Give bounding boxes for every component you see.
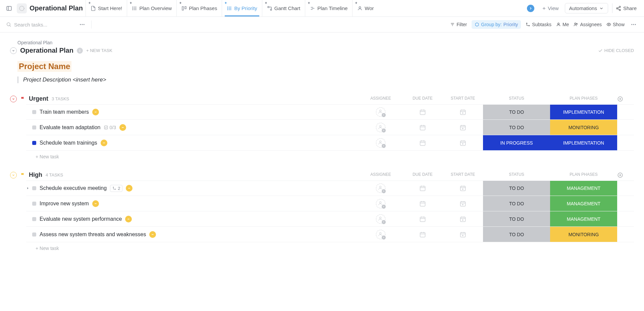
me-button[interactable]: Me: [556, 22, 569, 27]
status-cell[interactable]: TO DO: [483, 120, 550, 135]
priority-pill[interactable]: [126, 185, 132, 192]
task-name[interactable]: Improve new system: [40, 201, 89, 207]
status-cell[interactable]: TO DO: [483, 211, 550, 226]
status-cell[interactable]: TO DO: [483, 105, 550, 119]
new-task-button[interactable]: + NEW TASK: [86, 48, 112, 53]
search-input[interactable]: [14, 22, 74, 28]
task-row[interactable]: Assess new system threats and weaknesses…: [26, 227, 634, 242]
due-date-cell[interactable]: [402, 105, 443, 119]
tab-workload[interactable]: Wor: [352, 0, 374, 16]
hide-closed-button[interactable]: HIDE CLOSED: [598, 48, 634, 53]
priority-pill[interactable]: [119, 124, 126, 131]
assignee-placeholder[interactable]: [376, 138, 385, 148]
start-date-cell[interactable]: [443, 211, 483, 226]
due-date-cell[interactable]: [402, 227, 443, 242]
task-row[interactable]: Schedule team trainingsIN PROGRESSIMPLEM…: [26, 135, 634, 151]
tab-start-here[interactable]: Start Here!: [86, 0, 127, 16]
phase-cell[interactable]: MANAGEMENT: [550, 196, 617, 211]
assignee-cell[interactable]: [359, 211, 402, 226]
due-date-cell[interactable]: [402, 196, 443, 211]
assignee-cell[interactable]: [359, 120, 402, 135]
start-date-cell[interactable]: [443, 181, 483, 196]
start-date-cell[interactable]: [443, 227, 483, 242]
search-more-button[interactable]: [78, 20, 87, 29]
tab-gantt-chart[interactable]: Gantt Chart: [262, 0, 305, 16]
start-date-cell[interactable]: [443, 196, 483, 211]
task-name[interactable]: Assess new system threats and weaknesses: [40, 231, 146, 238]
expand-caret[interactable]: [26, 187, 31, 190]
due-date-cell[interactable]: [402, 211, 443, 226]
subtask-count-badge[interactable]: 2: [110, 185, 122, 192]
assignees-button[interactable]: Assignees: [574, 22, 602, 27]
task-name[interactable]: Evaluate new system performance: [40, 216, 122, 222]
info-button[interactable]: i: [77, 48, 83, 54]
assignee-cell[interactable]: [359, 135, 402, 150]
project-name[interactable]: Project Name: [17, 61, 71, 72]
assignee-cell[interactable]: [359, 181, 402, 196]
share-button[interactable]: Share: [612, 3, 640, 13]
toolbar-more-button[interactable]: [629, 20, 638, 29]
task-status-square[interactable]: [32, 232, 36, 237]
flag-icon[interactable]: [20, 96, 25, 102]
project-description[interactable]: Project Description <insert here>: [17, 76, 634, 83]
tab-plan-overview[interactable]: Plan Overview: [127, 0, 176, 16]
task-row[interactable]: Improve new systemTO DOMANAGEMENT: [26, 196, 634, 211]
due-date-cell[interactable]: [402, 120, 443, 135]
assignee-placeholder[interactable]: [376, 184, 385, 193]
automations-button[interactable]: Automations: [565, 3, 608, 13]
status-cell[interactable]: TO DO: [483, 181, 550, 196]
sidebar-toggle-button[interactable]: [4, 3, 14, 13]
start-date-cell[interactable]: [443, 135, 483, 150]
assignee-placeholder[interactable]: [376, 199, 385, 208]
phase-cell[interactable]: MONITORING: [550, 120, 617, 135]
phase-cell[interactable]: IMPLEMENTATION: [550, 105, 617, 119]
flag-icon[interactable]: [20, 172, 25, 178]
due-date-cell[interactable]: [402, 181, 443, 196]
new-task-row[interactable]: + New task: [26, 242, 634, 252]
priority-pill[interactable]: [149, 231, 156, 238]
add-column-button[interactable]: [617, 172, 634, 178]
priority-pill[interactable]: [92, 109, 99, 115]
assignee-placeholder[interactable]: [376, 107, 385, 117]
group-collapse-button[interactable]: [10, 96, 17, 102]
assignee-cell[interactable]: [359, 105, 402, 119]
group-by-button[interactable]: Group by: Priority: [472, 20, 521, 29]
phase-cell[interactable]: MANAGEMENT: [550, 211, 617, 226]
phase-cell[interactable]: IMPLEMENTATION: [550, 135, 617, 150]
task-name[interactable]: Schedule executive meeting: [40, 185, 107, 191]
start-date-cell[interactable]: [443, 105, 483, 119]
priority-pill[interactable]: [101, 140, 107, 146]
subtasks-button[interactable]: Subtasks: [526, 22, 551, 27]
tab-plan-timeline[interactable]: Plan Timeline: [305, 0, 352, 16]
add-view-button[interactable]: View: [538, 3, 562, 13]
status-cell[interactable]: IN PROGRESS: [483, 135, 550, 150]
task-row[interactable]: Evaluate team adaptation0/3TO DOMONITORI…: [26, 120, 634, 135]
task-status-square[interactable]: [32, 217, 36, 221]
priority-pill[interactable]: [92, 200, 99, 207]
task-status-square[interactable]: [32, 202, 36, 206]
assignee-placeholder[interactable]: [376, 214, 385, 224]
phase-cell[interactable]: MONITORING: [550, 227, 617, 242]
task-row[interactable]: Train team membersTO DOIMPLEMENTATION: [26, 104, 634, 120]
assignee-cell[interactable]: [359, 227, 402, 242]
task-row[interactable]: Evaluate new system performanceTO DOMANA…: [26, 211, 634, 227]
task-status-square[interactable]: [32, 186, 36, 190]
status-cell[interactable]: TO DO: [483, 196, 550, 211]
assignee-placeholder[interactable]: [376, 123, 385, 132]
assignee-cell[interactable]: [359, 196, 402, 211]
task-name[interactable]: Evaluate team adaptation: [40, 124, 100, 131]
task-status-square[interactable]: [32, 125, 36, 129]
scroll-tabs-right-button[interactable]: [527, 5, 534, 12]
tab-plan-phases[interactable]: Plan Phases: [176, 0, 222, 16]
status-cell[interactable]: TO DO: [483, 227, 550, 242]
task-name[interactable]: Train team members: [40, 109, 89, 115]
add-column-button[interactable]: [617, 96, 634, 102]
collapse-all-button[interactable]: [10, 47, 17, 54]
task-status-square[interactable]: [32, 141, 36, 145]
filter-button[interactable]: Filter: [450, 22, 467, 27]
task-row[interactable]: Schedule executive meeting2TO DOMANAGEME…: [26, 180, 634, 196]
checklist-badge[interactable]: 0/3: [104, 125, 116, 130]
due-date-cell[interactable]: [402, 135, 443, 150]
show-button[interactable]: Show: [606, 22, 625, 27]
assignee-placeholder[interactable]: [376, 230, 385, 239]
